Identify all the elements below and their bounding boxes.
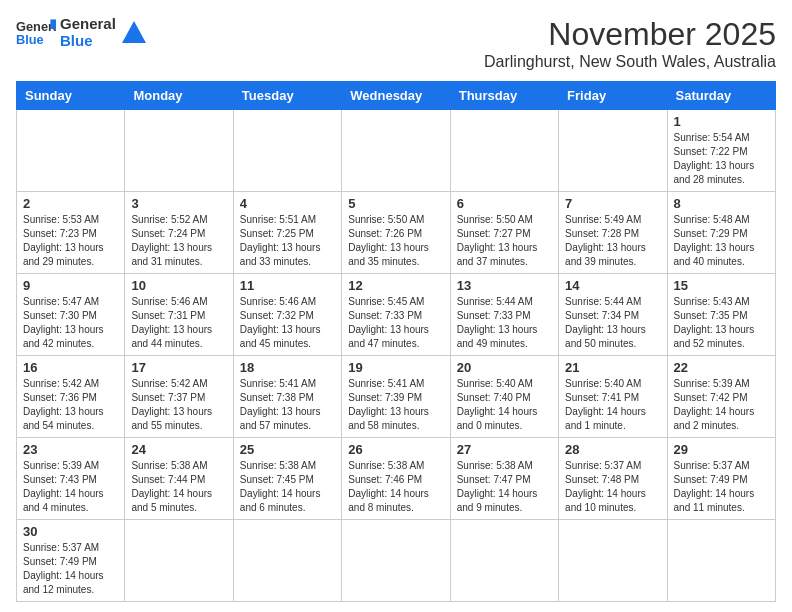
day-info: Sunrise: 5:38 AMSunset: 7:44 PMDaylight:…	[131, 459, 226, 515]
calendar-cell	[233, 520, 341, 602]
day-info: Sunrise: 5:40 AMSunset: 7:40 PMDaylight:…	[457, 377, 552, 433]
day-info: Sunrise: 5:50 AMSunset: 7:26 PMDaylight:…	[348, 213, 443, 269]
weekday-header-friday: Friday	[559, 82, 667, 110]
day-number: 9	[23, 278, 118, 293]
day-number: 18	[240, 360, 335, 375]
calendar-cell: 30Sunrise: 5:37 AMSunset: 7:49 PMDayligh…	[17, 520, 125, 602]
calendar-cell	[342, 520, 450, 602]
day-info: Sunrise: 5:37 AMSunset: 7:49 PMDaylight:…	[674, 459, 769, 515]
day-info: Sunrise: 5:41 AMSunset: 7:38 PMDaylight:…	[240, 377, 335, 433]
calendar-week-row: 23Sunrise: 5:39 AMSunset: 7:43 PMDayligh…	[17, 438, 776, 520]
title-area: November 2025 Darlinghurst, New South Wa…	[484, 16, 776, 71]
calendar-cell: 25Sunrise: 5:38 AMSunset: 7:45 PMDayligh…	[233, 438, 341, 520]
weekday-header-thursday: Thursday	[450, 82, 558, 110]
day-info: Sunrise: 5:54 AMSunset: 7:22 PMDaylight:…	[674, 131, 769, 187]
day-number: 13	[457, 278, 552, 293]
day-info: Sunrise: 5:37 AMSunset: 7:49 PMDaylight:…	[23, 541, 118, 597]
calendar-week-row: 9Sunrise: 5:47 AMSunset: 7:30 PMDaylight…	[17, 274, 776, 356]
calendar-week-row: 1Sunrise: 5:54 AMSunset: 7:22 PMDaylight…	[17, 110, 776, 192]
day-number: 4	[240, 196, 335, 211]
svg-marker-2	[50, 19, 56, 29]
day-number: 2	[23, 196, 118, 211]
calendar-cell: 15Sunrise: 5:43 AMSunset: 7:35 PMDayligh…	[667, 274, 775, 356]
calendar-cell	[450, 110, 558, 192]
calendar-cell: 3Sunrise: 5:52 AMSunset: 7:24 PMDaylight…	[125, 192, 233, 274]
day-number: 21	[565, 360, 660, 375]
calendar-cell	[233, 110, 341, 192]
day-number: 14	[565, 278, 660, 293]
calendar-cell: 12Sunrise: 5:45 AMSunset: 7:33 PMDayligh…	[342, 274, 450, 356]
calendar-cell: 4Sunrise: 5:51 AMSunset: 7:25 PMDaylight…	[233, 192, 341, 274]
day-info: Sunrise: 5:43 AMSunset: 7:35 PMDaylight:…	[674, 295, 769, 351]
calendar-cell: 19Sunrise: 5:41 AMSunset: 7:39 PMDayligh…	[342, 356, 450, 438]
day-number: 1	[674, 114, 769, 129]
calendar-cell: 20Sunrise: 5:40 AMSunset: 7:40 PMDayligh…	[450, 356, 558, 438]
day-number: 19	[348, 360, 443, 375]
day-number: 8	[674, 196, 769, 211]
day-number: 15	[674, 278, 769, 293]
calendar-cell: 9Sunrise: 5:47 AMSunset: 7:30 PMDaylight…	[17, 274, 125, 356]
calendar-cell: 26Sunrise: 5:38 AMSunset: 7:46 PMDayligh…	[342, 438, 450, 520]
day-number: 20	[457, 360, 552, 375]
day-number: 27	[457, 442, 552, 457]
calendar-cell: 6Sunrise: 5:50 AMSunset: 7:27 PMDaylight…	[450, 192, 558, 274]
calendar-week-row: 30Sunrise: 5:37 AMSunset: 7:49 PMDayligh…	[17, 520, 776, 602]
day-info: Sunrise: 5:49 AMSunset: 7:28 PMDaylight:…	[565, 213, 660, 269]
day-info: Sunrise: 5:44 AMSunset: 7:34 PMDaylight:…	[565, 295, 660, 351]
calendar-cell	[450, 520, 558, 602]
calendar-cell	[559, 110, 667, 192]
day-info: Sunrise: 5:47 AMSunset: 7:30 PMDaylight:…	[23, 295, 118, 351]
day-number: 11	[240, 278, 335, 293]
day-number: 16	[23, 360, 118, 375]
day-info: Sunrise: 5:44 AMSunset: 7:33 PMDaylight:…	[457, 295, 552, 351]
day-info: Sunrise: 5:46 AMSunset: 7:31 PMDaylight:…	[131, 295, 226, 351]
month-title: November 2025	[484, 16, 776, 53]
logo-triangle-icon	[120, 19, 148, 47]
svg-text:Blue: Blue	[16, 32, 44, 47]
calendar-cell: 16Sunrise: 5:42 AMSunset: 7:36 PMDayligh…	[17, 356, 125, 438]
day-info: Sunrise: 5:53 AMSunset: 7:23 PMDaylight:…	[23, 213, 118, 269]
day-number: 23	[23, 442, 118, 457]
day-info: Sunrise: 5:38 AMSunset: 7:45 PMDaylight:…	[240, 459, 335, 515]
day-info: Sunrise: 5:37 AMSunset: 7:48 PMDaylight:…	[565, 459, 660, 515]
day-info: Sunrise: 5:38 AMSunset: 7:47 PMDaylight:…	[457, 459, 552, 515]
day-info: Sunrise: 5:48 AMSunset: 7:29 PMDaylight:…	[674, 213, 769, 269]
calendar-cell: 29Sunrise: 5:37 AMSunset: 7:49 PMDayligh…	[667, 438, 775, 520]
calendar-table: SundayMondayTuesdayWednesdayThursdayFrid…	[16, 81, 776, 602]
calendar-cell: 22Sunrise: 5:39 AMSunset: 7:42 PMDayligh…	[667, 356, 775, 438]
calendar-cell	[559, 520, 667, 602]
calendar-cell	[342, 110, 450, 192]
day-info: Sunrise: 5:52 AMSunset: 7:24 PMDaylight:…	[131, 213, 226, 269]
calendar-cell	[125, 520, 233, 602]
day-number: 7	[565, 196, 660, 211]
calendar-cell	[125, 110, 233, 192]
logo-icon: General Blue	[16, 17, 56, 49]
day-number: 5	[348, 196, 443, 211]
day-info: Sunrise: 5:46 AMSunset: 7:32 PMDaylight:…	[240, 295, 335, 351]
day-info: Sunrise: 5:50 AMSunset: 7:27 PMDaylight:…	[457, 213, 552, 269]
calendar-week-row: 16Sunrise: 5:42 AMSunset: 7:36 PMDayligh…	[17, 356, 776, 438]
day-number: 10	[131, 278, 226, 293]
day-number: 3	[131, 196, 226, 211]
page-header: General Blue General Blue November 2025 …	[16, 16, 776, 71]
calendar-week-row: 2Sunrise: 5:53 AMSunset: 7:23 PMDaylight…	[17, 192, 776, 274]
calendar-cell	[667, 520, 775, 602]
weekday-header-saturday: Saturday	[667, 82, 775, 110]
calendar-cell: 17Sunrise: 5:42 AMSunset: 7:37 PMDayligh…	[125, 356, 233, 438]
calendar-cell: 8Sunrise: 5:48 AMSunset: 7:29 PMDaylight…	[667, 192, 775, 274]
calendar-cell: 21Sunrise: 5:40 AMSunset: 7:41 PMDayligh…	[559, 356, 667, 438]
location-title: Darlinghurst, New South Wales, Australia	[484, 53, 776, 71]
calendar-cell: 1Sunrise: 5:54 AMSunset: 7:22 PMDaylight…	[667, 110, 775, 192]
logo-blue-text: Blue	[60, 33, 116, 50]
calendar-cell	[17, 110, 125, 192]
calendar-cell: 23Sunrise: 5:39 AMSunset: 7:43 PMDayligh…	[17, 438, 125, 520]
day-number: 28	[565, 442, 660, 457]
calendar-cell: 24Sunrise: 5:38 AMSunset: 7:44 PMDayligh…	[125, 438, 233, 520]
calendar-cell: 28Sunrise: 5:37 AMSunset: 7:48 PMDayligh…	[559, 438, 667, 520]
logo: General Blue General Blue	[16, 16, 148, 49]
weekday-header-tuesday: Tuesday	[233, 82, 341, 110]
day-number: 29	[674, 442, 769, 457]
logo-general-text: General	[60, 16, 116, 33]
day-number: 26	[348, 442, 443, 457]
calendar-cell: 18Sunrise: 5:41 AMSunset: 7:38 PMDayligh…	[233, 356, 341, 438]
